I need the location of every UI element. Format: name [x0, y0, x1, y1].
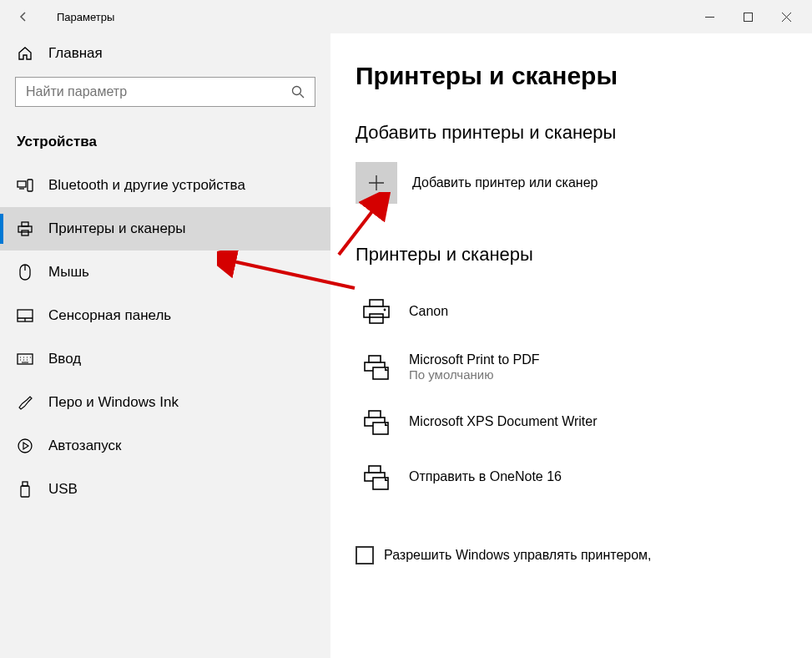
add-button[interactable] [356, 162, 397, 204]
titlebar: Параметры [0, 0, 812, 33]
search-input[interactable] [26, 84, 291, 99]
minimize-icon [705, 13, 714, 22]
svg-rect-12 [21, 486, 29, 497]
svg-rect-21 [369, 411, 381, 418]
nav-item-touchpad[interactable]: Сенсорная панель [0, 294, 330, 337]
arrow-left-icon [17, 10, 30, 23]
svg-rect-18 [369, 356, 381, 362]
keyboard-icon [17, 353, 33, 365]
svg-point-16 [384, 309, 386, 311]
list-section-header: Принтеры и сканеры [356, 244, 787, 266]
nav-item-printers[interactable]: Принтеры и сканеры [0, 207, 330, 251]
svg-rect-4 [18, 226, 32, 232]
home-nav[interactable]: Главная [0, 33, 330, 77]
printer-name: Canon [409, 304, 448, 319]
maximize-icon [744, 13, 753, 22]
main-content: Принтеры и сканеры Добавить принтеры и с… [330, 33, 812, 658]
svg-rect-0 [744, 13, 752, 21]
svg-rect-15 [370, 314, 383, 323]
search-box[interactable] [15, 77, 315, 107]
svg-rect-2 [18, 181, 26, 187]
printer-item[interactable]: Microsoft Print to PDF По умолчанию [356, 339, 787, 394]
add-label: Добавить принтер или сканер [412, 175, 598, 190]
window-title: Параметры [57, 11, 114, 23]
close-icon [782, 13, 791, 22]
svg-rect-13 [364, 306, 389, 317]
print-to-file-icon [361, 406, 392, 438]
home-label: Главная [48, 45, 103, 62]
printer-item[interactable]: Microsoft XPS Document Writer [356, 394, 787, 449]
sidebar: Главная Устройства Bluetooth и другие ус… [0, 33, 330, 658]
maximize-button[interactable] [729, 3, 767, 30]
nav-label: Bluetooth и другие устройства [48, 177, 245, 194]
nav-label: Сенсорная панель [48, 307, 171, 324]
printer-device-icon [361, 296, 392, 327]
checkbox-label: Разрешить Windows управлять принтером, [384, 546, 652, 564]
pen-icon [17, 395, 33, 410]
svg-rect-3 [28, 180, 33, 191]
nav-item-mouse[interactable]: Мышь [0, 251, 330, 294]
nav-label: Автозапуск [48, 438, 122, 454]
close-button[interactable] [767, 3, 805, 30]
window-controls [690, 3, 805, 30]
back-button[interactable] [7, 0, 40, 33]
svg-point-10 [18, 439, 32, 453]
nav-label: Перо и Windows Ink [48, 394, 179, 411]
autoplay-icon [17, 438, 33, 453]
nav-item-usb[interactable]: USB [0, 468, 330, 511]
svg-point-1 [293, 87, 301, 95]
svg-rect-14 [370, 300, 383, 306]
page-title: Принтеры и сканеры [356, 62, 787, 90]
minimize-button[interactable] [690, 3, 729, 30]
nav-item-typing[interactable]: Ввод [0, 337, 330, 381]
printer-name: Отправить в OneNote 16 [409, 469, 562, 484]
nav-item-pen[interactable]: Перо и Windows Ink [0, 381, 330, 424]
bluetooth-icon [17, 178, 33, 193]
nav-label: Принтеры и сканеры [48, 220, 186, 237]
checkbox[interactable] [356, 546, 374, 564]
usb-icon [17, 481, 33, 498]
printer-icon [17, 221, 33, 236]
print-to-file-icon [361, 351, 392, 382]
home-icon [17, 45, 33, 62]
touchpad-icon [17, 309, 33, 322]
printer-name: Microsoft Print to PDF [409, 352, 539, 367]
nav-label: USB [48, 481, 78, 498]
printer-list: Canon Microsoft Print to PDF По умолчани… [356, 284, 787, 504]
printer-name: Microsoft XPS Document Writer [409, 414, 598, 429]
svg-rect-6 [22, 230, 28, 235]
printer-item[interactable]: Canon [356, 284, 787, 339]
svg-rect-24 [369, 466, 381, 473]
default-printer-checkbox-row[interactable]: Разрешить Windows управлять принтером, [356, 546, 787, 564]
search-icon [291, 85, 305, 99]
nav-label: Мышь [48, 264, 89, 281]
category-header: Устройства [0, 124, 330, 164]
nav-label: Ввод [48, 351, 81, 367]
nav-item-bluetooth[interactable]: Bluetooth и другие устройства [0, 164, 330, 207]
printer-sub: По умолчанию [409, 367, 539, 382]
add-section-header: Добавить принтеры и сканеры [356, 122, 787, 144]
printer-item[interactable]: Отправить в OneNote 16 [356, 449, 787, 504]
svg-rect-11 [23, 482, 28, 486]
nav-item-autoplay[interactable]: Автозапуск [0, 424, 330, 468]
add-printer-row[interactable]: Добавить принтер или сканер [356, 162, 787, 204]
mouse-icon [17, 264, 33, 281]
svg-rect-5 [22, 222, 28, 226]
print-to-file-icon [361, 461, 392, 493]
plus-icon [367, 174, 386, 192]
